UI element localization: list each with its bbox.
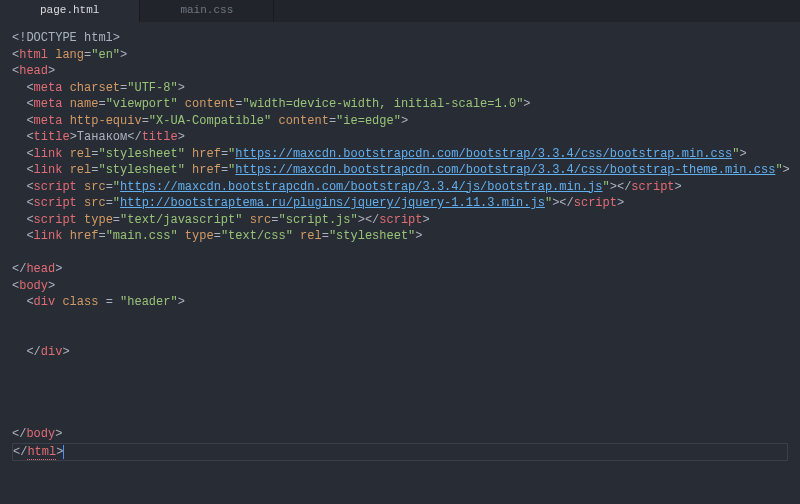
tab-page-html[interactable]: page.html [0, 0, 140, 22]
code-line: <head> [12, 63, 788, 80]
code-line [12, 245, 788, 262]
code-line [12, 311, 788, 328]
code-line: <link rel="stylesheet" href="https://max… [12, 162, 788, 179]
tab-main-css[interactable]: main.css [140, 0, 274, 22]
url-link[interactable]: https://maxcdn.bootstrapcdn.com/bootstra… [120, 180, 602, 194]
url-link[interactable]: http://bootstraptema.ru/plugins/jquery/j… [120, 196, 545, 210]
code-line [12, 410, 788, 427]
code-line: </div> [12, 344, 788, 361]
code-line [12, 327, 788, 344]
code-line: <body> [12, 278, 788, 295]
code-line: <title>Танаком</title> [12, 129, 788, 146]
text-cursor [63, 445, 64, 459]
code-line: <link rel="stylesheet" href="https://max… [12, 146, 788, 163]
code-line [12, 360, 788, 377]
url-link[interactable]: https://maxcdn.bootstrapcdn.com/bootstra… [235, 147, 732, 161]
url-link[interactable]: https://maxcdn.bootstrapcdn.com/bootstra… [235, 163, 775, 177]
tabs-bar: page.html main.css [0, 0, 800, 22]
code-line-cursor: </html> [12, 443, 788, 462]
code-line: <meta charset="UTF-8"> [12, 80, 788, 97]
code-line: <link href="main.css" type="text/css" re… [12, 228, 788, 245]
code-line: <script src="https://maxcdn.bootstrapcdn… [12, 179, 788, 196]
code-line: <meta name="viewport" content="width=dev… [12, 96, 788, 113]
code-line: <script src="http://bootstraptema.ru/plu… [12, 195, 788, 212]
code-editor[interactable]: <!DOCTYPE html> <html lang="en"> <head> … [0, 22, 800, 469]
code-line [12, 377, 788, 394]
code-line [12, 393, 788, 410]
code-line: <meta http-equiv="X-UA-Compatible" conte… [12, 113, 788, 130]
code-line: <div class = "header"> [12, 294, 788, 311]
code-line: </body> [12, 426, 788, 443]
code-line: <!DOCTYPE html> [12, 30, 788, 47]
code-line: </head> [12, 261, 788, 278]
code-line: <script type="text/javascript" src="scri… [12, 212, 788, 229]
code-line: <html lang="en"> [12, 47, 788, 64]
